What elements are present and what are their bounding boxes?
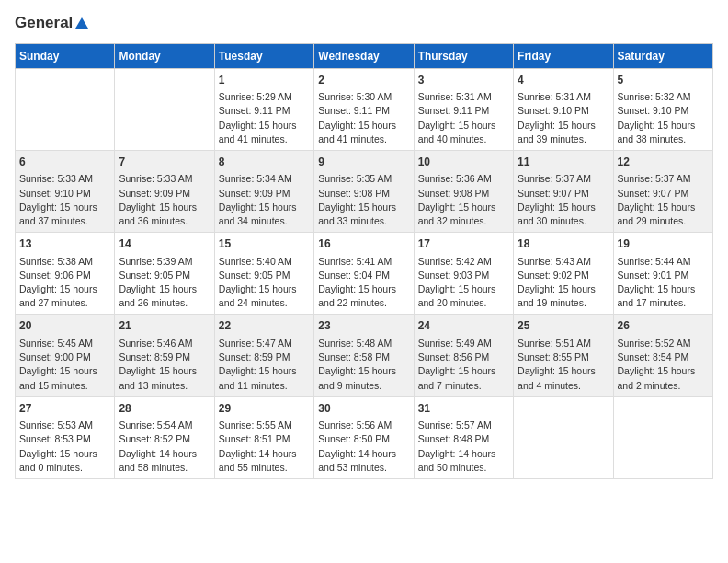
day-number: 30	[318, 401, 409, 417]
day-number: 31	[418, 401, 509, 417]
sunset: Sunset: 9:11 PM	[219, 105, 290, 116]
sunset: Sunset: 8:55 PM	[518, 351, 589, 362]
sunset: Sunset: 8:58 PM	[318, 351, 390, 362]
sunrise: Sunrise: 5:57 AM	[418, 419, 492, 431]
sunset: Sunset: 8:56 PM	[418, 351, 490, 362]
daylight: Daylight: 15 hours and 4 minutes.	[518, 365, 596, 390]
calendar-cell: 10Sunrise: 5:36 AMSunset: 9:08 PMDayligh…	[414, 150, 513, 232]
calendar-cell: 31Sunrise: 5:57 AMSunset: 8:48 PMDayligh…	[414, 396, 513, 478]
daylight: Daylight: 15 hours and 13 minutes.	[119, 365, 197, 390]
calendar-cell: 28Sunrise: 5:54 AMSunset: 8:52 PMDayligh…	[115, 396, 214, 478]
day-number: 7	[119, 155, 210, 170]
sunrise: Sunrise: 5:54 AM	[119, 419, 192, 431]
sunrise: Sunrise: 5:39 AM	[119, 256, 192, 267]
sunrise: Sunrise: 5:49 AM	[418, 338, 492, 349]
daylight: Daylight: 15 hours and 19 minutes.	[518, 283, 596, 308]
calendar-cell: 2Sunrise: 5:30 AMSunset: 9:11 PMDaylight…	[314, 68, 414, 150]
sunset: Sunset: 8:51 PM	[219, 433, 290, 444]
day-number: 10	[418, 155, 509, 170]
day-number: 13	[19, 236, 110, 252]
sunset: Sunset: 9:07 PM	[618, 188, 689, 199]
sunset: Sunset: 8:53 PM	[19, 433, 91, 444]
sunrise: Sunrise: 5:56 AM	[318, 419, 392, 431]
day-number: 1	[219, 73, 310, 88]
sunrise: Sunrise: 5:45 AM	[19, 338, 93, 349]
sunset: Sunset: 9:05 PM	[119, 270, 190, 281]
daylight: Daylight: 15 hours and 11 minutes.	[219, 365, 297, 390]
day-number: 20	[19, 318, 110, 334]
calendar-cell: 22Sunrise: 5:47 AMSunset: 8:59 PMDayligh…	[214, 315, 313, 396]
day-number: 16	[318, 236, 409, 252]
daylight: Daylight: 15 hours and 7 minutes.	[418, 365, 496, 390]
calendar-table: SundayMondayTuesdayWednesdayThursdayFrid…	[15, 43, 713, 479]
sunrise: Sunrise: 5:47 AM	[219, 338, 292, 349]
calendar-cell: 16Sunrise: 5:41 AMSunset: 9:04 PMDayligh…	[314, 233, 414, 315]
sunset: Sunset: 8:59 PM	[119, 351, 190, 362]
daylight: Daylight: 15 hours and 30 minutes.	[518, 201, 596, 226]
day-number: 17	[418, 236, 509, 252]
sunset: Sunset: 9:03 PM	[418, 270, 490, 281]
daylight: Daylight: 14 hours and 53 minutes.	[318, 448, 396, 473]
sunrise: Sunrise: 5:55 AM	[219, 419, 292, 431]
sunrise: Sunrise: 5:32 AM	[618, 91, 691, 102]
daylight: Daylight: 15 hours and 36 minutes.	[119, 201, 197, 226]
sunrise: Sunrise: 5:51 AM	[518, 338, 591, 349]
calendar-cell: 6Sunrise: 5:33 AMSunset: 9:10 PMDaylight…	[16, 150, 115, 232]
sunrise: Sunrise: 5:37 AM	[618, 173, 691, 184]
daylight: Daylight: 14 hours and 50 minutes.	[418, 448, 496, 473]
sunrise: Sunrise: 5:36 AM	[418, 173, 492, 184]
sunrise: Sunrise: 5:37 AM	[518, 173, 591, 184]
calendar-cell: 24Sunrise: 5:49 AMSunset: 8:56 PMDayligh…	[414, 315, 513, 396]
daylight: Daylight: 15 hours and 9 minutes.	[318, 365, 396, 390]
col-header-saturday: Saturday	[613, 43, 712, 68]
day-number: 27	[19, 401, 110, 417]
calendar-cell: 11Sunrise: 5:37 AMSunset: 9:07 PMDayligh…	[514, 150, 613, 232]
day-number: 28	[119, 401, 210, 417]
sunrise: Sunrise: 5:42 AM	[418, 256, 492, 267]
col-header-wednesday: Wednesday	[314, 43, 414, 68]
sunrise: Sunrise: 5:41 AM	[318, 256, 392, 267]
sunset: Sunset: 9:11 PM	[418, 105, 490, 116]
calendar-cell: 23Sunrise: 5:48 AMSunset: 8:58 PMDayligh…	[314, 315, 414, 396]
sunset: Sunset: 9:10 PM	[618, 105, 689, 116]
sunrise: Sunrise: 5:29 AM	[219, 91, 292, 102]
svg-marker-0	[75, 17, 88, 29]
calendar-cell: 17Sunrise: 5:42 AMSunset: 9:03 PMDayligh…	[414, 233, 513, 315]
day-number: 21	[119, 318, 210, 334]
sunset: Sunset: 9:00 PM	[19, 351, 91, 362]
calendar-cell: 25Sunrise: 5:51 AMSunset: 8:55 PMDayligh…	[514, 315, 613, 396]
col-header-sunday: Sunday	[16, 43, 115, 68]
daylight: Daylight: 14 hours and 55 minutes.	[219, 448, 297, 473]
sunset: Sunset: 9:10 PM	[19, 188, 91, 199]
day-number: 6	[19, 155, 110, 170]
logo: General	[15, 15, 90, 32]
daylight: Daylight: 15 hours and 33 minutes.	[318, 201, 396, 226]
calendar-cell	[514, 396, 613, 478]
daylight: Daylight: 15 hours and 40 minutes.	[418, 120, 496, 144]
sunset: Sunset: 9:01 PM	[618, 270, 689, 281]
daylight: Daylight: 15 hours and 27 minutes.	[19, 283, 97, 308]
daylight: Daylight: 15 hours and 41 minutes.	[318, 120, 396, 144]
daylight: Daylight: 15 hours and 24 minutes.	[219, 283, 297, 308]
sunrise: Sunrise: 5:34 AM	[219, 173, 292, 184]
sunrise: Sunrise: 5:40 AM	[219, 256, 292, 267]
sunrise: Sunrise: 5:52 AM	[618, 338, 691, 349]
sunset: Sunset: 9:04 PM	[318, 270, 390, 281]
daylight: Daylight: 15 hours and 29 minutes.	[618, 201, 696, 226]
daylight: Daylight: 15 hours and 22 minutes.	[318, 283, 396, 308]
day-number: 26	[618, 318, 709, 334]
sunrise: Sunrise: 5:43 AM	[518, 256, 591, 267]
sunrise: Sunrise: 5:33 AM	[119, 173, 192, 184]
day-number: 8	[219, 155, 310, 170]
sunrise: Sunrise: 5:46 AM	[119, 338, 192, 349]
day-number: 22	[219, 318, 310, 334]
daylight: Daylight: 15 hours and 37 minutes.	[19, 201, 97, 226]
sunrise: Sunrise: 5:31 AM	[418, 91, 492, 102]
calendar-cell: 15Sunrise: 5:40 AMSunset: 9:05 PMDayligh…	[214, 233, 313, 315]
daylight: Daylight: 15 hours and 39 minutes.	[518, 120, 596, 144]
day-number: 9	[318, 155, 409, 170]
calendar-cell: 30Sunrise: 5:56 AMSunset: 8:50 PMDayligh…	[314, 396, 414, 478]
calendar-cell: 20Sunrise: 5:45 AMSunset: 9:00 PMDayligh…	[16, 315, 115, 396]
sunset: Sunset: 8:54 PM	[618, 351, 689, 362]
daylight: Daylight: 15 hours and 15 minutes.	[19, 365, 97, 390]
